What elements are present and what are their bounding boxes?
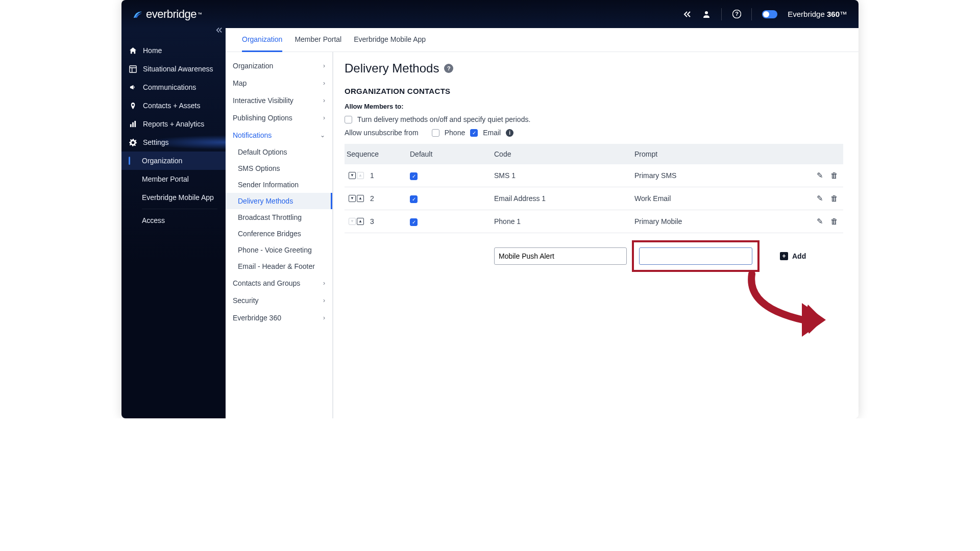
content-area: Organization Member Portal Everbridge Mo… [226,28,859,418]
move-up-icon[interactable]: ▲ [357,195,364,202]
delete-icon[interactable]: 🗑 [830,171,838,180]
tab-member-portal[interactable]: Member Portal [295,35,341,52]
tab-everbridge-mobile-app[interactable]: Everbridge Mobile App [354,35,426,52]
main-panel: Delivery Methods ? ORGANIZATION CONTACTS… [333,52,859,418]
email-checkbox[interactable]: ✓ [470,129,478,137]
tree-delivery-methods[interactable]: Delivery Methods [226,193,332,209]
nav-label: Communications [143,83,196,91]
brand-name: everbridge™ [146,8,202,21]
nav-settings[interactable]: Settings [121,133,226,152]
phone-label: Phone [445,129,465,137]
delete-icon[interactable]: 🗑 [830,217,838,226]
move-up-icon: ▲ [357,172,364,179]
tree-everbridge-360[interactable]: Everbridge 360› [226,309,332,327]
phone-checkbox[interactable] [432,129,439,137]
svg-rect-3 [129,65,136,72]
dashboard-icon [129,65,137,73]
default-checkbox[interactable]: ✓ [410,195,418,203]
tree-contacts-and-groups[interactable]: Contacts and Groups› [226,274,332,292]
nav-situational-awareness[interactable]: Situational Awareness [121,60,226,78]
prompt-cell: Work Email [634,194,802,203]
top-bar: everbridge™ ? Everbridge 360™ [121,0,859,28]
top-right-controls: ? Everbridge 360™ [682,8,847,20]
mode-toggle[interactable] [762,10,777,18]
subnav-access[interactable]: Access [121,211,226,230]
delete-icon[interactable]: 🗑 [830,194,838,203]
default-checkbox[interactable]: ✓ [410,172,418,180]
nav-label: Situational Awareness [143,65,213,73]
megaphone-icon [129,83,137,91]
edit-icon[interactable]: ✎ [817,171,823,180]
divider [751,8,752,20]
tree-interactive-visibility[interactable]: Interactive Visibility› [226,92,332,109]
nav-home[interactable]: Home [121,41,226,60]
brand-right-label: Everbridge 360™ [788,10,847,18]
subnav-everbridge-mobile-app[interactable]: Everbridge Mobile App [121,188,226,207]
turn-on-off-row: Turn delivery methods on/off and specify… [345,115,843,123]
subnav-member-portal[interactable]: Member Portal [121,170,226,188]
add-label: Add [792,252,806,260]
primary-sidebar: Home Situational Awareness Communication… [121,28,226,418]
table-row: ▼ ▲ 2 ✓ Email Address 1 Work Email ✎ 🗑 [345,187,843,210]
edit-icon[interactable]: ✎ [817,217,823,226]
nav-label: Contacts + Assets [143,102,200,110]
header-default: Default [410,150,494,158]
tree-conference-bridges[interactable]: Conference Bridges [226,226,332,242]
turn-on-off-label: Turn delivery methods on/off and specify… [357,115,530,123]
turn-on-off-checkbox[interactable] [345,116,352,123]
divider [142,209,217,209]
info-icon[interactable]: i [506,129,513,137]
nav-contacts-assets[interactable]: Contacts + Assets [121,96,226,115]
add-button[interactable]: + Add [780,252,806,260]
collapse-double-icon[interactable] [682,10,692,19]
move-down-icon[interactable]: ▼ [349,195,356,202]
new-prompt-input[interactable] [639,247,752,265]
svg-rect-6 [132,122,134,127]
header-code: Code [494,150,634,158]
nav-communications[interactable]: Communications [121,78,226,96]
tab-bar: Organization Member Portal Everbridge Mo… [226,28,859,52]
tree-broadcast-throttling[interactable]: Broadcast Throttling [226,209,332,226]
move-down-icon[interactable]: ▼ [349,172,356,179]
edit-icon[interactable]: ✎ [817,194,823,203]
table-row: ▼ ▲ 3 ✓ Phone 1 Primary Mobile ✎ 🗑 [345,210,843,233]
svg-point-0 [705,11,708,14]
nav-reports-analytics[interactable]: Reports + Analytics [121,115,226,133]
new-code-input[interactable] [494,247,627,265]
annotation-highlight [632,240,760,272]
tree-email-header-footer[interactable]: Email - Header & Footer [226,258,332,274]
subnav-organization[interactable]: Organization [121,152,226,170]
svg-rect-7 [134,120,136,127]
unsubscribe-label: Allow unsubscribe from [345,129,419,137]
tree-phone-voice-greeting[interactable]: Phone - Voice Greeting [226,242,332,258]
chevron-right-icon: › [323,297,325,304]
pin-icon [129,102,137,110]
tree-sms-options[interactable]: SMS Options [226,160,332,177]
tree-publishing-options[interactable]: Publishing Options› [226,109,332,127]
nav-label: Reports + Analytics [143,120,204,128]
svg-rect-5 [130,124,131,127]
help-icon[interactable]: ? [444,64,453,73]
app-window: everbridge™ ? Everbridge 360™ Home Sit [121,0,859,418]
tree-default-options[interactable]: Default Options [226,144,332,160]
svg-marker-8 [802,303,826,337]
chevron-right-icon: › [323,114,325,121]
sequence-number: 2 [370,194,374,203]
user-icon[interactable] [702,10,711,19]
annotation-arrow-icon [742,271,839,338]
move-up-icon[interactable]: ▲ [357,218,364,225]
tree-sender-information[interactable]: Sender Information [226,177,332,193]
everbridge-logo-icon [133,10,143,19]
help-icon[interactable]: ? [732,10,741,19]
tree-notifications[interactable]: Notifications⌄ [226,127,332,144]
header-prompt: Prompt [634,150,802,158]
chart-icon [129,120,137,128]
sidebar-collapse-icon[interactable] [214,25,224,35]
tree-organization[interactable]: Organization› [226,57,332,74]
brand-logo: everbridge™ [133,8,202,21]
tree-map[interactable]: Map› [226,74,332,92]
chevron-right-icon: › [323,97,325,104]
tab-organization[interactable]: Organization [242,35,282,52]
default-checkbox[interactable]: ✓ [410,218,418,226]
tree-security[interactable]: Security› [226,292,332,309]
